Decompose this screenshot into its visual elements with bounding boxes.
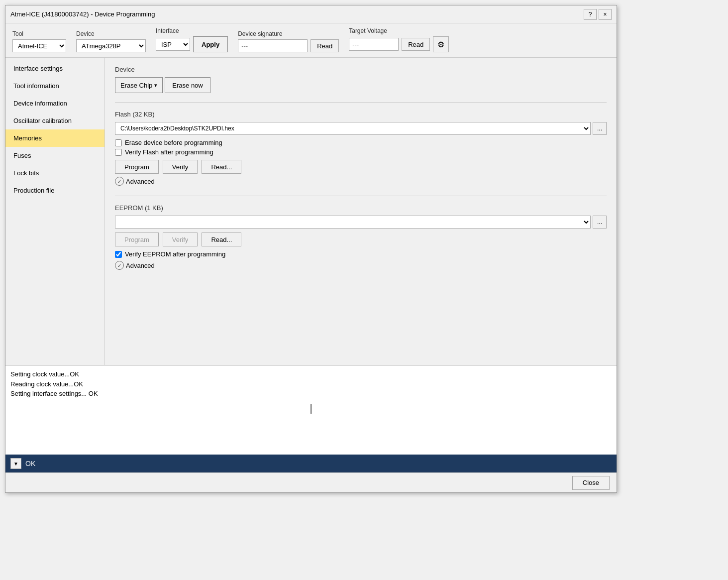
device-section-label: Device: [115, 66, 607, 73]
sidebar-item-device-information[interactable]: Device information: [5, 95, 104, 112]
sidebar-item-interface-settings[interactable]: Interface settings: [5, 60, 104, 77]
log-line-2: Reading clock value...OK: [10, 379, 612, 389]
interface-group: Interface ISP Apply: [156, 27, 228, 52]
eeprom-file-select[interactable]: [115, 216, 591, 229]
divider-1: [115, 102, 607, 103]
sidebar-item-memories[interactable]: Memories: [5, 129, 104, 147]
eeprom-section-label: EEPROM (1 KB): [115, 204, 607, 212]
device-label: Device: [76, 30, 146, 37]
status-dropdown-button[interactable]: ▼: [10, 458, 21, 469]
sidebar-item-lock-bits[interactable]: Lock bits: [5, 164, 104, 182]
eeprom-advanced-label: Advanced: [126, 262, 155, 269]
erase-now-button[interactable]: Erase now: [165, 77, 210, 93]
flash-read-button[interactable]: Read...: [202, 160, 241, 174]
flash-verify-checkbox[interactable]: [115, 149, 122, 156]
device-sig-label: Device signature: [238, 30, 339, 37]
apply-button[interactable]: Apply: [193, 36, 228, 52]
footer: Close: [5, 472, 617, 492]
eeprom-advanced-row[interactable]: ✓ Advanced: [115, 261, 607, 270]
tool-group: Tool Atmel-ICE: [12, 30, 66, 52]
eeprom-read-button[interactable]: Read...: [202, 232, 241, 246]
device-section: Device Erase Chip ▾ Erase now: [115, 66, 607, 93]
log-line-3: Setting interface settings... OK: [10, 389, 612, 399]
flash-program-button[interactable]: Program: [115, 160, 159, 174]
help-button[interactable]: ?: [584, 9, 597, 20]
tool-label: Tool: [12, 30, 66, 37]
flash-erase-check-row: Erase device before programming: [115, 139, 607, 146]
flash-advanced-icon: ✓: [115, 177, 124, 186]
eeprom-verify-check-row: Verify EEPROM after programming: [115, 250, 607, 258]
flash-section: Flash (32 KB) C:\Users\kodera2t\Desktop\…: [115, 111, 607, 186]
read-sig-button[interactable]: Read: [311, 39, 339, 52]
flash-advanced-label: Advanced: [126, 178, 155, 185]
settings-gear-button[interactable]: ⚙: [433, 36, 449, 52]
device-select[interactable]: ATmega328P: [76, 39, 146, 52]
main-area: Interface settings Tool information Devi…: [5, 58, 617, 365]
eeprom-browse-button[interactable]: ...: [593, 216, 607, 229]
eeprom-verify-label[interactable]: Verify EEPROM after programming: [125, 250, 225, 258]
device-sig-input[interactable]: [238, 39, 308, 52]
sidebar-item-production-file[interactable]: Production file: [5, 182, 104, 199]
log-line-1: Setting clock value...OK: [10, 369, 612, 379]
flash-erase-label[interactable]: Erase device before programming: [125, 139, 222, 146]
eeprom-verify-button[interactable]: Verify: [163, 232, 198, 246]
window-title: Atmel-ICE (J41800003742) - Device Progra…: [10, 10, 155, 18]
target-voltage-label: Target Voltage: [349, 27, 449, 34]
flash-browse-button[interactable]: ...: [593, 122, 607, 135]
cursor-area: |: [10, 399, 612, 419]
title-bar: Atmel-ICE (J41800003742) - Device Progra…: [5, 5, 617, 23]
flash-verify-button[interactable]: Verify: [163, 160, 198, 174]
eeprom-section: EEPROM (1 KB) ... Program Verify Read...…: [115, 204, 607, 270]
eeprom-file-row: ...: [115, 216, 607, 229]
sidebar-item-tool-information[interactable]: Tool information: [5, 77, 104, 95]
erase-chip-button[interactable]: Erase Chip ▾: [115, 77, 163, 93]
flash-verify-check-row: Verify Flash after programming: [115, 148, 607, 156]
status-text: OK: [25, 460, 35, 467]
divider-2: [115, 196, 607, 196]
read-voltage-button[interactable]: Read: [402, 38, 430, 51]
window-close-button[interactable]: ×: [599, 9, 612, 20]
target-voltage-input[interactable]: [349, 38, 399, 51]
status-bar: ▼ OK: [5, 455, 617, 472]
device-signature-group: Device signature Read: [238, 30, 339, 52]
sidebar-item-oscillator-calibration[interactable]: Oscillator calibration: [5, 112, 104, 129]
erase-row: Erase Chip ▾ Erase now: [115, 77, 607, 93]
eeprom-program-button[interactable]: Program: [115, 232, 159, 246]
log-area[interactable]: Setting clock value...OK Reading clock v…: [5, 365, 617, 455]
erase-chip-dropdown-icon: ▾: [154, 82, 157, 89]
eeprom-verify-checkbox[interactable]: [115, 251, 122, 258]
toolbar: Tool Atmel-ICE Device ATmega328P Interfa…: [5, 23, 617, 58]
flash-advanced-row[interactable]: ✓ Advanced: [115, 177, 607, 186]
close-button[interactable]: Close: [572, 476, 610, 490]
content-panel: Device Erase Chip ▾ Erase now Flash (32 …: [105, 58, 617, 365]
flash-action-row: Program Verify Read...: [115, 160, 607, 174]
device-group: Device ATmega328P: [76, 30, 146, 52]
flash-file-select[interactable]: C:\Users\kodera2t\Desktop\STK2UPDI.hex: [115, 122, 591, 135]
flash-section-label: Flash (32 KB): [115, 111, 607, 118]
target-voltage-group: Target Voltage Read ⚙: [349, 27, 449, 52]
tool-select[interactable]: Atmel-ICE: [12, 39, 66, 52]
sidebar: Interface settings Tool information Devi…: [5, 58, 105, 365]
eeprom-action-row: Program Verify Read...: [115, 232, 607, 246]
eeprom-advanced-icon: ✓: [115, 261, 124, 270]
interface-label: Interface: [156, 27, 228, 34]
text-cursor-icon: |: [310, 403, 312, 414]
flash-file-row: C:\Users\kodera2t\Desktop\STK2UPDI.hex .…: [115, 122, 607, 135]
flash-erase-checkbox[interactable]: [115, 139, 122, 146]
sidebar-item-fuses[interactable]: Fuses: [5, 147, 104, 164]
interface-select[interactable]: ISP: [156, 38, 190, 51]
flash-verify-label[interactable]: Verify Flash after programming: [125, 148, 213, 156]
erase-chip-label: Erase Chip: [120, 82, 152, 89]
